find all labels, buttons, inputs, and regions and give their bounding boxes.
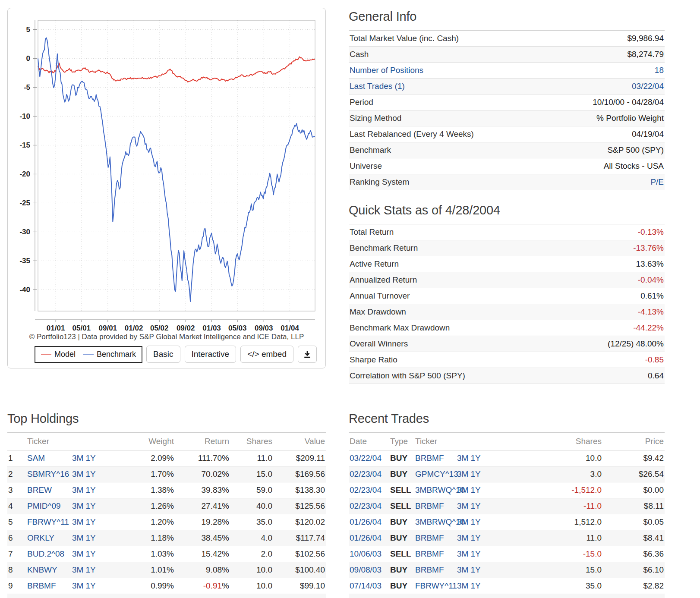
trade-date: 02/23/04: [349, 482, 389, 498]
shares-number: 1,512.0: [574, 517, 602, 526]
row-label: Last Trades (1): [349, 79, 549, 94]
ticker-link[interactable]: SBMRY^16: [27, 469, 72, 479]
trade-date-link[interactable]: 02/23/04: [350, 469, 382, 478]
market-value: $94.90: [273, 594, 326, 598]
range-3m-link[interactable]: 3M: [72, 565, 83, 574]
row-label: Last Rebalanced (Every 4 Weeks): [349, 126, 549, 142]
range-3m-link[interactable]: 3M: [457, 485, 468, 494]
trade-shares: 15.0: [520, 562, 602, 578]
weight-value: 1.18%: [124, 530, 175, 546]
basic-button[interactable]: Basic: [146, 346, 180, 363]
range-1y-link[interactable]: 1Y: [85, 517, 95, 526]
range-1y-link[interactable]: 1Y: [85, 485, 95, 494]
row-label: Active Return: [349, 256, 560, 272]
range-3m-link[interactable]: 3M: [72, 533, 83, 542]
range-1y-link[interactable]: 1Y: [85, 565, 95, 574]
svg-text:-35: -35: [19, 257, 30, 265]
range-1y-link[interactable]: 1Y: [85, 549, 95, 558]
range-1y-link[interactable]: 1Y: [470, 453, 480, 463]
ticker-link[interactable]: BRBMF: [415, 533, 457, 543]
range-3m-link[interactable]: 3M: [457, 469, 468, 478]
row-value-text: % Portfolio Weight: [596, 113, 664, 123]
trade-date-link[interactable]: 03/22/04: [350, 453, 382, 463]
range-3m-link[interactable]: 3M: [457, 517, 468, 526]
trade-date-link[interactable]: 02/23/04: [350, 501, 382, 510]
range-3m-link[interactable]: 3M: [457, 549, 468, 558]
svg-text:05/03: 05/03: [228, 324, 247, 332]
row-label: Period: [349, 94, 549, 110]
market-value: $100.40: [273, 562, 326, 578]
range-3m-link[interactable]: 3M: [457, 533, 468, 542]
ticker-link[interactable]: BRBMF: [415, 549, 457, 559]
general-info-table: Total Market Value (inc. Cash)$9,986.94C…: [349, 30, 665, 190]
range-1y-link[interactable]: 1Y: [470, 469, 480, 478]
ticker-link[interactable]: BUD.2^08: [27, 549, 72, 559]
ticker-link[interactable]: FBRWY^11: [27, 517, 72, 527]
range-1y-link[interactable]: 1Y: [85, 581, 95, 590]
column-header: Ticker: [414, 433, 520, 450]
trade-price: $9.42: [602, 450, 665, 466]
range-1y-link[interactable]: 1Y: [85, 533, 95, 542]
svg-text:01/04: 01/04: [281, 324, 299, 332]
trade-date-link[interactable]: 01/26/04: [350, 533, 382, 542]
table-row: Last Rebalanced (Every 4 Weeks)04/19/04: [349, 126, 665, 142]
ticker-link[interactable]: GPMCY^13: [415, 469, 457, 479]
range-1y-link[interactable]: 1Y: [470, 517, 480, 526]
row-value-link[interactable]: 18: [655, 66, 664, 75]
range-3m-link[interactable]: 3M: [457, 501, 468, 510]
weight-value: 1.70%: [124, 466, 175, 482]
embed-button[interactable]: </> embed: [240, 346, 293, 363]
percent-sign: %: [222, 581, 229, 590]
row-label-link[interactable]: Number of Positions: [350, 66, 423, 75]
trade-date-link[interactable]: 02/23/04: [350, 485, 382, 494]
range-3m-link[interactable]: 3M: [72, 549, 83, 558]
trade-date-link[interactable]: 10/06/03: [350, 549, 382, 558]
range-1y-link[interactable]: 1Y: [470, 501, 480, 510]
ticker-link[interactable]: ORKLY: [27, 533, 72, 543]
row-value: 0.64: [560, 368, 665, 384]
range-3m-link[interactable]: 3M: [72, 501, 83, 510]
ticker-link[interactable]: BREW: [27, 485, 72, 495]
range-3m-link[interactable]: 3M: [72, 453, 83, 463]
trade-price: $6.36: [602, 546, 665, 562]
ticker-link[interactable]: BRBMF: [27, 581, 72, 591]
ticker-link[interactable]: BRBMF: [415, 565, 457, 575]
trade-date-link[interactable]: 01/26/04: [350, 517, 382, 526]
range-3m-link[interactable]: 3M: [457, 581, 468, 590]
shares-number: 35.0: [586, 581, 602, 590]
range-1y-link[interactable]: 1Y: [470, 485, 480, 494]
range-1y-link[interactable]: 1Y: [470, 533, 480, 542]
trade-date-link[interactable]: 09/08/03: [350, 565, 382, 574]
row-value-link[interactable]: 03/22/04: [632, 82, 664, 91]
ticker-link[interactable]: BRBMF: [415, 501, 457, 511]
ticker-link[interactable]: KNBWY: [27, 565, 72, 575]
range-3m-link[interactable]: 3M: [72, 469, 83, 478]
range-3m-link[interactable]: 3M: [72, 485, 83, 494]
range-3m-link[interactable]: 3M: [72, 581, 83, 590]
ticker-link[interactable]: 3MBRWQ^10: [415, 517, 457, 527]
svg-text:5: 5: [26, 25, 30, 34]
range-1y-link[interactable]: 1Y: [85, 469, 95, 478]
top-holdings-title: Top Holdings: [7, 412, 326, 426]
range-1y-link[interactable]: 1Y: [470, 565, 480, 574]
trade-date-link[interactable]: 07/14/03: [350, 581, 382, 590]
range-1y-link[interactable]: 1Y: [85, 501, 95, 510]
interactive-button[interactable]: Interactive: [185, 346, 236, 363]
svg-text:09/02: 09/02: [177, 324, 195, 332]
model-line-swatch: [41, 354, 51, 355]
ticker-link[interactable]: PMID^09: [27, 501, 72, 511]
range-1y-link[interactable]: 1Y: [470, 549, 480, 558]
range-3m-link[interactable]: 3M: [72, 517, 83, 526]
row-label-link[interactable]: Last Trades (1): [350, 82, 405, 91]
ticker-link[interactable]: BRBMF: [415, 453, 457, 463]
range-3m-link[interactable]: 3M: [457, 453, 468, 463]
row-value-link[interactable]: P/E: [650, 177, 664, 186]
range-1y-link[interactable]: 1Y: [85, 453, 95, 463]
range-1y-link[interactable]: 1Y: [470, 581, 480, 590]
range-3m-link[interactable]: 3M: [457, 565, 468, 574]
download-button[interactable]: [298, 346, 317, 363]
row-label: Benchmark Return: [349, 240, 560, 256]
ticker-link[interactable]: FBRWY^11: [415, 581, 457, 591]
ticker-link[interactable]: 3MBRWQ^10: [415, 485, 457, 495]
ticker-link[interactable]: SAM: [27, 453, 72, 463]
